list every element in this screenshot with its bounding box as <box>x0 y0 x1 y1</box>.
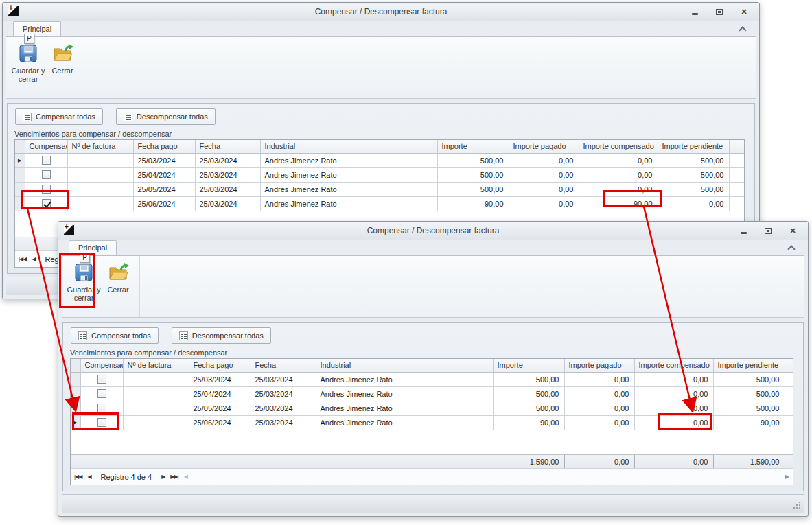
factura-cell[interactable] <box>67 167 133 182</box>
col-importe-compensado[interactable]: Importe compensado <box>579 140 658 153</box>
importe-pagado-cell[interactable]: 0,00 <box>509 182 579 196</box>
industrial-cell[interactable]: Andres Jimenez Rato <box>260 196 437 211</box>
col-fecha-pago[interactable]: Fecha pago <box>189 359 251 372</box>
compensada-checkbox[interactable] <box>97 404 106 412</box>
industrial-cell[interactable]: Andres Jimenez Rato <box>260 182 437 196</box>
fecha-cell[interactable]: 25/03/2024 <box>251 401 316 415</box>
fecha-pago-cell[interactable]: 25/05/2024 <box>133 182 195 196</box>
table-row[interactable]: ▶25/06/202425/03/2024Andres Jimenez Rato… <box>71 415 793 430</box>
fecha-cell[interactable]: 25/03/2024 <box>195 182 260 196</box>
importe-cell[interactable]: 500,00 <box>437 153 509 167</box>
tab-principal[interactable]: Principal <box>13 21 61 36</box>
compensada-cell[interactable] <box>80 386 123 401</box>
table-row[interactable]: 25/05/202425/03/2024Andres Jimenez Rato5… <box>15 182 744 196</box>
nav-prev-button[interactable]: ◀ <box>87 474 91 480</box>
compensada-cell[interactable] <box>25 167 67 182</box>
resize-grip[interactable] <box>793 502 802 510</box>
importe-cell[interactable]: 90,00 <box>437 196 509 211</box>
importe-pendiente-cell[interactable]: 500,00 <box>658 153 729 167</box>
compensada-cell[interactable] <box>80 415 123 430</box>
nav-first-button[interactable]: |◀◀ <box>19 256 26 262</box>
fecha-pago-cell[interactable]: 25/05/2024 <box>189 401 251 415</box>
compensada-cell[interactable] <box>25 182 67 196</box>
col-importe-pagado[interactable]: Importe pagado <box>564 359 634 372</box>
importe-cell[interactable]: 500,00 <box>493 372 564 386</box>
industrial-cell[interactable]: Andres Jimenez Rato <box>316 415 493 430</box>
compensada-cell[interactable] <box>80 401 123 415</box>
col-factura[interactable]: Nº de factura <box>67 140 133 153</box>
compensada-checkbox[interactable] <box>42 170 51 179</box>
importe-cell[interactable]: 500,00 <box>437 182 509 196</box>
importe-pendiente-cell[interactable]: 500,00 <box>713 401 785 415</box>
industrial-cell[interactable]: Andres Jimenez Rato <box>316 401 493 415</box>
fecha-pago-cell[interactable]: 25/03/2024 <box>189 372 251 386</box>
title-bar[interactable]: Compensar / Descompensar factura ✕ <box>3 3 759 21</box>
factura-cell[interactable] <box>67 153 133 167</box>
compensada-checkbox[interactable] <box>97 418 106 427</box>
cerrar-button[interactable]: Cerrar <box>45 40 80 96</box>
importe-compensado-cell[interactable]: 0,00 <box>634 401 713 415</box>
fecha-pago-cell[interactable]: 25/06/2024 <box>133 196 195 211</box>
col-fecha[interactable]: Fecha <box>251 359 316 372</box>
factura-cell[interactable] <box>123 401 189 415</box>
col-fecha[interactable]: Fecha <box>195 140 260 153</box>
maximize-button[interactable] <box>764 226 772 235</box>
importe-compensado-cell[interactable]: 0,00 <box>579 153 658 167</box>
importe-pagado-cell[interactable]: 0,00 <box>509 153 579 167</box>
minimize-button[interactable] <box>691 8 699 16</box>
cerrar-button[interactable]: Cerrar <box>101 259 135 315</box>
table-row[interactable]: 25/06/202425/03/2024Andres Jimenez Rato9… <box>15 196 744 211</box>
col-compensada[interactable]: Compensada <box>80 359 123 372</box>
fecha-cell[interactable]: 25/03/2024 <box>251 372 316 386</box>
save-and-close-button[interactable]: Guardar y cerrar <box>67 259 101 315</box>
fecha-pago-cell[interactable]: 25/06/2024 <box>189 415 251 430</box>
col-fecha-pago[interactable]: Fecha pago <box>133 140 195 153</box>
importe-pagado-cell[interactable]: 0,00 <box>564 401 634 415</box>
tab-principal[interactable]: Principal <box>69 240 117 255</box>
importe-compensado-cell[interactable]: 0,00 <box>579 182 658 196</box>
descompensar-todas-button[interactable]: Descompensar todas <box>116 108 216 125</box>
fecha-pago-cell[interactable]: 25/04/2024 <box>133 167 195 182</box>
table-row[interactable]: 25/03/202425/03/2024Andres Jimenez Rato5… <box>71 372 793 386</box>
industrial-cell[interactable]: Andres Jimenez Rato <box>316 386 493 401</box>
fecha-cell[interactable]: 25/03/2024 <box>195 167 260 182</box>
importe-compensado-cell[interactable]: 0,00 <box>634 386 713 401</box>
importe-compensado-cell[interactable]: 0,00 <box>634 372 713 386</box>
importe-pagado-cell[interactable]: 0,00 <box>509 167 579 182</box>
importe-pendiente-cell[interactable]: 90,00 <box>713 415 785 430</box>
col-importe[interactable]: Importe <box>493 359 564 372</box>
nav-next-button[interactable]: ▶ <box>161 474 165 480</box>
compensar-todas-button[interactable]: Compensar todas <box>15 108 103 125</box>
table-row[interactable]: 25/04/202425/03/2024Andres Jimenez Rato5… <box>71 386 793 401</box>
importe-pagado-cell[interactable]: 0,00 <box>509 196 579 211</box>
importe-compensado-cell[interactable]: 90,00 <box>579 196 658 211</box>
col-importe[interactable]: Importe <box>437 140 509 153</box>
maximize-button[interactable] <box>715 8 723 16</box>
factura-cell[interactable] <box>67 196 133 211</box>
collapse-ribbon-button[interactable] <box>739 25 747 34</box>
col-importe-pendiente[interactable]: Importe pendiente <box>658 140 729 153</box>
industrial-cell[interactable]: Andres Jimenez Rato <box>260 167 437 182</box>
fecha-cell[interactable]: 25/03/2024 <box>251 415 316 430</box>
nav-first-button[interactable]: |◀◀ <box>74 474 82 480</box>
importe-pagado-cell[interactable]: 0,00 <box>564 415 634 430</box>
compensada-cell[interactable] <box>80 372 123 386</box>
collapse-ribbon-button[interactable] <box>787 244 796 253</box>
close-button[interactable]: ✕ <box>740 8 748 16</box>
factura-cell[interactable] <box>123 415 189 430</box>
col-importe-pendiente[interactable]: Importe pendiente <box>713 359 785 372</box>
importe-compensado-cell[interactable]: 0,00 <box>634 415 713 430</box>
compensada-checkbox[interactable] <box>42 199 51 208</box>
importe-pendiente-cell[interactable]: 500,00 <box>713 386 785 401</box>
compensada-checkbox[interactable] <box>97 375 106 384</box>
table-row[interactable]: ▶25/03/202425/03/2024Andres Jimenez Rato… <box>15 153 744 167</box>
close-button[interactable]: ✕ <box>789 226 797 235</box>
compensada-checkbox[interactable] <box>42 185 51 194</box>
importe-pagado-cell[interactable]: 0,00 <box>564 386 634 401</box>
industrial-cell[interactable]: Andres Jimenez Rato <box>260 153 437 167</box>
title-bar[interactable]: Compensar / Descompensar factura ✕ <box>58 222 808 240</box>
importe-cell[interactable]: 500,00 <box>437 167 509 182</box>
nav-prev-button[interactable]: ◀ <box>32 256 35 262</box>
importe-pendiente-cell[interactable]: 500,00 <box>658 182 729 196</box>
compensar-todas-button[interactable]: Compensar todas <box>71 327 159 344</box>
